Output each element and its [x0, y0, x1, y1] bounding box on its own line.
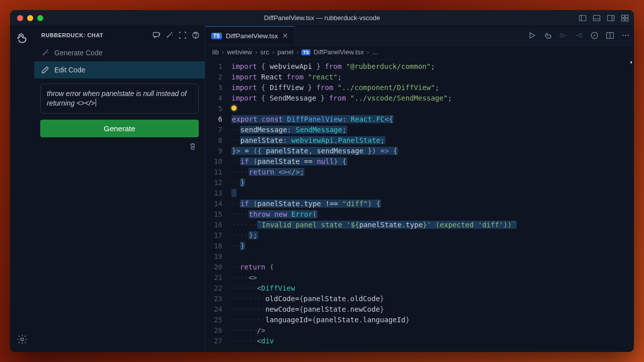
rerun-icon[interactable] [543, 31, 552, 40]
magic-wand-icon[interactable] [166, 31, 174, 39]
line-content: import { DiffView } from "../component/D… [231, 82, 634, 93]
magic-wand-icon [41, 49, 49, 57]
line-number: 22 [205, 283, 231, 294]
step-icon[interactable] [559, 31, 568, 40]
generate-code-row[interactable]: Generate Code [34, 44, 205, 61]
code-line[interactable]: 26······/> [205, 325, 634, 336]
tab-diffpanelview[interactable]: TS DiffPanelView.tsx ✕ [205, 26, 295, 45]
step-over-icon[interactable] [575, 31, 583, 40]
line-number: 5 [205, 104, 231, 114]
code-line[interactable]: 2import React from "react"; [205, 72, 634, 82]
minimize-window-button[interactable] [27, 15, 33, 21]
text-cursor [96, 99, 96, 107]
line-number: 19 [205, 251, 231, 262]
maximize-window-button[interactable] [37, 15, 43, 21]
line-content: export const DiffPanelView: React.FC<{ [231, 114, 634, 125]
breadcrumb-file[interactable]: DiffPanelView.tsx [313, 48, 364, 56]
code-line[interactable]: 1import { webviewApi } from "@rubberduck… [205, 61, 634, 72]
compass-icon[interactable] [590, 31, 599, 40]
line-content: ··} [231, 177, 634, 188]
line-content: ····<> [231, 273, 634, 283]
edit-code-row[interactable]: Edit Code [34, 61, 205, 78]
line-number: 2 [205, 72, 231, 82]
line-number: 8 [205, 135, 231, 146]
line-content: ········oldCode={panelState.oldCode} [231, 294, 634, 304]
code-line[interactable]: 7··sendMessage: SendMessage; [205, 125, 634, 135]
code-line[interactable]: 17····); [205, 230, 634, 241]
code-area[interactable]: 1import { webviewApi } from "@rubberduck… [205, 59, 634, 352]
panel-right-icon[interactable] [607, 14, 615, 22]
code-line[interactable]: 24········newCode={panelState.newCode} [205, 304, 634, 315]
code-line[interactable]: 25········languageId={panelState.languag… [205, 315, 634, 325]
line-number: 17 [205, 230, 231, 241]
code-line[interactable]: 4import { SendMessage } from "../vscode/… [205, 93, 634, 104]
line-number: 6 [205, 114, 231, 125]
code-line[interactable]: 3import { DiffView } from "../component/… [205, 82, 634, 93]
code-line[interactable]: 8··panelState: webviewApi.PanelState; [205, 135, 634, 146]
svg-rect-8 [622, 19, 625, 21]
code-line[interactable]: 13 [205, 188, 634, 199]
svg-point-16 [579, 34, 582, 37]
line-number: 15 [205, 209, 231, 220]
generate-button[interactable]: Generate [40, 120, 199, 137]
layout-grid-icon[interactable] [621, 14, 629, 22]
line-number: 9 [205, 146, 231, 156]
prompt-input[interactable]: throw error when panelstate is null inst… [40, 83, 199, 114]
tab-filename: DiffPanelView.tsx [226, 32, 278, 40]
close-window-button[interactable] [17, 15, 23, 21]
code-line[interactable]: 19 [205, 251, 634, 262]
breadcrumb-trailing: … [372, 48, 378, 56]
code-line[interactable]: 10··if (panelState == null) { [205, 156, 634, 167]
help-icon[interactable] [192, 31, 200, 39]
ts-badge-icon: TS [301, 49, 310, 55]
sidebar-header: RUBBERDUCK: CHAT [34, 26, 205, 44]
more-icon[interactable] [621, 31, 630, 40]
line-number: 14 [205, 199, 231, 209]
line-content [231, 188, 634, 199]
rubberduck-icon[interactable] [16, 32, 29, 45]
line-content: ····return <></>; [231, 167, 634, 177]
code-line[interactable]: 9}> = ({ panelState, sendMessage }) => { [205, 146, 634, 156]
line-number: 27 [205, 336, 231, 346]
minimap-indicator [630, 61, 632, 63]
line-content: ····throw new Error( [231, 209, 634, 220]
code-line[interactable]: 23········oldCode={panelState.oldCode} [205, 294, 634, 304]
line-number: 7 [205, 125, 231, 135]
run-icon[interactable] [528, 31, 536, 40]
line-content: ······`Invalid panel state '${panelState… [231, 220, 634, 230]
code-line[interactable]: 14··if (panelState.type !== "diff") { [205, 199, 634, 209]
line-content: ··if (panelState == null) { [231, 156, 634, 167]
close-tab-icon[interactable]: ✕ [282, 32, 288, 40]
code-line[interactable]: 12··} [205, 177, 634, 188]
svg-rect-4 [608, 15, 614, 21]
split-editor-icon[interactable] [606, 31, 614, 40]
breadcrumb[interactable]: lib› webview› src› panel› TS DiffPanelVi… [205, 45, 634, 59]
code-line[interactable]: 6export const DiffPanelView: React.FC<{ [205, 114, 634, 125]
code-line[interactable]: 21····<> [205, 273, 634, 283]
code-line[interactable]: 22······<DiffView [205, 283, 634, 294]
breadcrumb-seg[interactable]: src [261, 48, 269, 56]
breadcrumb-seg[interactable]: panel [277, 48, 293, 56]
svg-point-11 [21, 338, 24, 341]
line-number: 3 [205, 82, 231, 93]
code-line[interactable]: 16······`Invalid panel state '${panelSta… [205, 220, 634, 230]
breadcrumb-seg[interactable]: webview [227, 48, 252, 56]
selection-icon[interactable] [179, 31, 187, 39]
line-content: import React from "react"; [231, 72, 634, 82]
code-line[interactable]: 5 [205, 104, 634, 114]
vscode-window: DiffPanelView.tsx — rubberduck-vscode RU… [10, 10, 634, 352]
code-line[interactable]: 20··return ( [205, 262, 634, 273]
code-line[interactable]: 27······<div [205, 336, 634, 346]
trash-icon[interactable] [189, 142, 197, 150]
code-line[interactable]: 11····return <></>; [205, 167, 634, 177]
line-content: ········languageId={panelState.languageI… [231, 315, 634, 325]
code-line[interactable]: 15····throw new Error( [205, 209, 634, 220]
code-line[interactable]: 18··} [205, 241, 634, 251]
settings-gear-icon[interactable] [17, 334, 28, 345]
line-number: 21 [205, 273, 231, 283]
chat-icon[interactable] [152, 31, 160, 39]
panel-bottom-icon[interactable] [593, 14, 601, 22]
panel-left-icon[interactable] [579, 14, 587, 22]
line-number: 26 [205, 325, 231, 336]
breadcrumb-seg[interactable]: lib [212, 48, 219, 56]
